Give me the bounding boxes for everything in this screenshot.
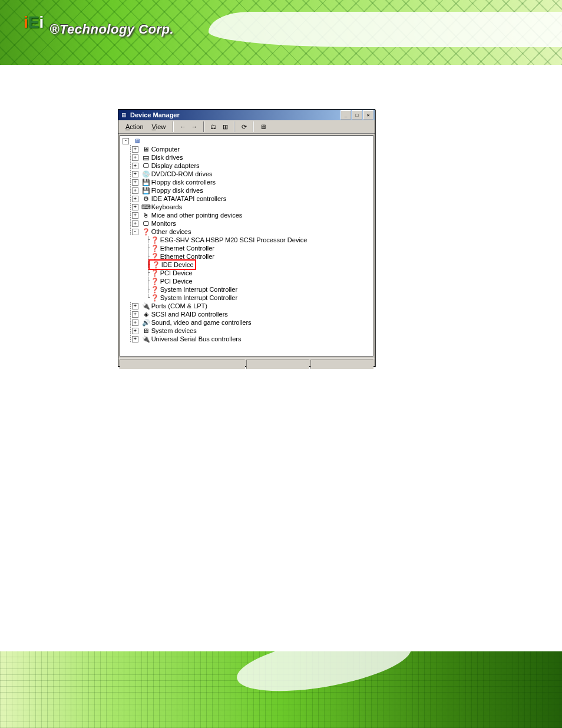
tree-child-item[interactable]: └❓System Interrupt Controller <box>123 294 373 302</box>
tree-child-item[interactable]: ├❓ESG-SHV SCA HSBP M20 SCSI Processor De… <box>123 236 373 244</box>
tree-item[interactable]: ┊+🔌Ports (COM & LPT) <box>123 302 373 310</box>
window-title: Device Manager <box>130 111 340 118</box>
collapse-icon[interactable]: - <box>132 229 138 235</box>
refresh-button[interactable]: ⟳ <box>239 121 249 132</box>
expand-icon[interactable]: + <box>132 328 138 334</box>
unknown-device-icon: ❓ <box>151 277 159 285</box>
toolbar-separator <box>173 121 174 132</box>
expand-icon[interactable]: + <box>132 196 138 202</box>
tree-child-item[interactable]: ├❓PCI Device <box>123 269 373 277</box>
unknown-device-icon: ❓ <box>151 236 159 244</box>
status-panel-1 <box>120 360 245 369</box>
tree-item[interactable]: ┊-❓Other devices <box>123 228 373 236</box>
device-icon: 💾 <box>142 178 150 186</box>
tree-item-label: Display adapters <box>151 162 200 170</box>
tree-item[interactable]: ┊+🖵Display adapters <box>123 162 373 170</box>
tree-item-label: Ethernet Controller <box>160 244 214 252</box>
logo-text: ®Technology Corp. <box>49 22 174 37</box>
minimize-button[interactable]: _ <box>340 110 351 120</box>
unknown-device-icon: ❓ <box>151 294 159 302</box>
device-icon: 🖥 <box>142 327 150 335</box>
expand-icon[interactable]: + <box>132 220 138 227</box>
statusbar <box>118 358 375 371</box>
tree-item-label: Other devices <box>151 228 191 236</box>
tree-root[interactable]: -🖥 <box>123 137 373 145</box>
tree-item-label: Disk drives <box>151 153 183 162</box>
expand-icon[interactable]: + <box>132 212 138 219</box>
tree-item[interactable]: ┊+💾Floppy disk controllers <box>123 178 373 186</box>
toolbar-separator <box>234 121 235 132</box>
device-icon: ⚙ <box>142 195 150 203</box>
toolbar-separator <box>203 121 204 132</box>
forward-button[interactable]: → <box>189 121 200 132</box>
expand-icon[interactable]: + <box>132 171 138 177</box>
expand-icon[interactable]: + <box>132 146 138 153</box>
tree-child-item[interactable]: ├❓Ethernet Controller <box>123 244 373 252</box>
tree-item-label: DVD/CD-ROM drives <box>151 170 213 178</box>
tree-item-label: Sound, video and game controllers <box>151 318 252 327</box>
unknown-device-icon: ❓ <box>151 269 159 277</box>
toolbar: Action View ← → 🗂 ⊞ ⟳ 🖥 <box>118 120 375 134</box>
device-icon: 🔌 <box>142 335 150 343</box>
properties-button[interactable]: 🖥 <box>257 121 268 132</box>
tree-item[interactable]: ┊+💾Floppy disk drives <box>123 186 373 195</box>
tree-item[interactable]: ┊+🖴Disk drives <box>123 153 373 162</box>
expand-icon[interactable]: + <box>132 204 138 210</box>
device-icon: 🖵 <box>142 162 150 170</box>
tree-item[interactable]: ┊+🖥System devices <box>123 327 373 335</box>
expand-icon[interactable]: + <box>132 154 138 161</box>
device-icon: 🔌 <box>142 302 150 310</box>
expand-icon[interactable]: + <box>132 336 138 342</box>
menu-action[interactable]: Action <box>122 122 147 131</box>
collapse-icon[interactable]: - <box>123 138 129 144</box>
tree-item-label: IDE Device <box>161 261 194 269</box>
device-icon: ❓ <box>142 228 150 236</box>
toolbar-button-1[interactable]: 🗂 <box>208 121 219 132</box>
banner-swoosh <box>209 12 562 47</box>
toolbar-button-2[interactable]: ⊞ <box>220 121 230 132</box>
expand-icon[interactable]: + <box>132 319 138 326</box>
device-icon: 🖥 <box>142 145 150 153</box>
tree-item[interactable]: ┊+🔌Universal Serial Bus controllers <box>123 335 373 343</box>
tree-item[interactable]: ┊+⚙IDE ATA/ATAPI controllers <box>123 195 373 203</box>
device-tree[interactable]: -🖥┊+🖥Computer┊+🖴Disk drives┊+🖵Display ad… <box>120 135 373 357</box>
tree-item[interactable]: ┊+◈SCSI and RAID controllers <box>123 310 373 318</box>
tree-item-label: System devices <box>151 327 197 335</box>
tree-item-label: Floppy disk controllers <box>151 178 216 186</box>
expand-icon[interactable]: + <box>132 179 138 186</box>
banner-swoosh-bottom <box>233 651 415 701</box>
tree-item-label: Keyboards <box>151 203 183 211</box>
window-controls: _ □ × <box>340 110 373 120</box>
menu-view[interactable]: View <box>148 122 170 131</box>
expand-icon[interactable]: + <box>132 163 138 169</box>
tree-item-label: SCSI and RAID controllers <box>151 310 228 318</box>
status-panel-3 <box>310 360 373 369</box>
top-banner: iEi ®Technology Corp. <box>0 0 562 65</box>
tree-item-label: Universal Serial Bus controllers <box>151 335 242 343</box>
tree-item[interactable]: ┊+💿DVD/CD-ROM drives <box>123 170 373 178</box>
maximize-button[interactable]: □ <box>352 110 362 120</box>
unknown-device-icon: ❓ <box>152 261 160 269</box>
app-icon: 🖥 <box>120 111 128 119</box>
tree-child-item[interactable]: ├❓PCI Device <box>123 277 373 285</box>
tree-child-item[interactable]: ├❓IDE Device <box>123 261 373 269</box>
tree-item[interactable]: ┊+🖱Mice and other pointing devices <box>123 211 373 219</box>
tree-item[interactable]: ┊+🖥Computer <box>123 145 373 153</box>
device-icon: 🔊 <box>142 318 150 327</box>
device-icon: 🖱 <box>142 211 150 219</box>
tree-item[interactable]: ┊+⌨Keyboards <box>123 203 373 211</box>
unknown-device-icon: ❓ <box>151 244 159 252</box>
expand-icon[interactable]: + <box>132 187 138 194</box>
tree-item-label: Floppy disk drives <box>151 186 203 195</box>
expand-icon[interactable]: + <box>132 303 138 309</box>
tree-item[interactable]: ┊+🔊Sound, video and game controllers <box>123 318 373 327</box>
tree-item-label: PCI Device <box>160 269 193 277</box>
titlebar[interactable]: 🖥 Device Manager _ □ × <box>118 110 375 120</box>
tree-item[interactable]: ┊+🖵Monitors <box>123 219 373 228</box>
back-button[interactable]: ← <box>177 121 188 132</box>
bottom-banner <box>0 651 562 728</box>
tree-child-item[interactable]: ├❓System Interrupt Controller <box>123 285 373 294</box>
expand-icon[interactable]: + <box>132 311 138 318</box>
device-manager-window: 🖥 Device Manager _ □ × Action View ← → 🗂… <box>118 109 375 367</box>
close-button[interactable]: × <box>363 110 373 120</box>
